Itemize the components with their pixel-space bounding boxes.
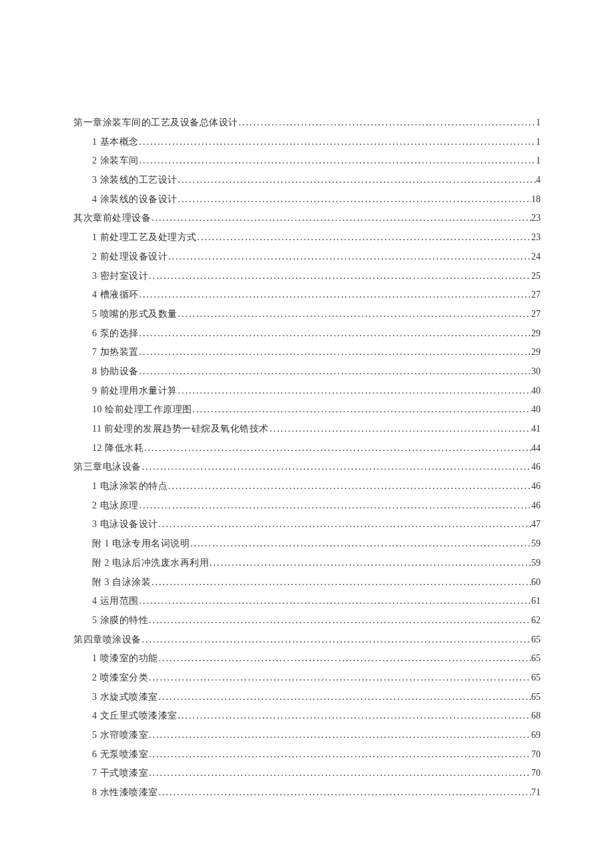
toc-entry-title: 附 1 电泳专用名词说明: [92, 534, 190, 554]
toc-entry: 4 运用范围61: [73, 592, 541, 611]
toc-entry: 1 前处理工艺及处理方式23: [73, 228, 541, 248]
toc-entry: 6 无泵喷漆室70: [73, 745, 541, 765]
toc-entry-page: 27: [531, 286, 541, 305]
toc-entry-title: 3 密封室设计: [92, 267, 148, 286]
toc-entry: 1 喷漆室的功能65: [73, 649, 541, 669]
toc-entry: 附 1 电泳专用名词说明59: [73, 534, 541, 554]
toc-entry: 2 前处理设备设计24: [73, 248, 541, 267]
toc-entry: 8 水性漆喷漆室71: [73, 783, 541, 803]
toc-entry-title: 1 基本概念: [92, 133, 139, 152]
toc-entry-title: 1 喷漆室的功能: [92, 649, 158, 669]
toc-entry-page: 65: [531, 669, 541, 688]
toc-leader-dots: [168, 477, 531, 496]
toc-entry: 6 泵的选择29: [73, 324, 541, 344]
toc-entry-page: 1: [536, 113, 541, 133]
toc-leader-dots: [139, 133, 537, 152]
toc-entry-title: 1 电泳涂装的特点: [92, 477, 168, 496]
toc-entry-page: 60: [531, 573, 541, 592]
toc-entry: 2 喷漆室分类65: [73, 669, 541, 688]
toc-entry-title: 2 涂装车间: [92, 151, 139, 171]
toc-leader-dots: [148, 745, 531, 765]
toc-entry: 第一章涂装车间的工艺及设备总体设计1: [73, 113, 541, 133]
toc-entry-title: 第四章喷涂设备: [73, 630, 141, 650]
toc-leader-dots: [168, 248, 531, 267]
toc-entry: 第三章电泳设备46: [73, 458, 541, 477]
toc-entry-title: 12 降低水耗: [92, 439, 143, 458]
toc-entry-page: 29: [531, 343, 541, 362]
toc-leader-dots: [190, 534, 531, 554]
toc-entry: 4 涂装线的设备设计18: [73, 190, 541, 209]
toc-leader-dots: [151, 209, 531, 228]
toc-leader-dots: [141, 458, 532, 477]
toc-entry: 5 水帘喷漆室69: [73, 726, 541, 745]
toc-leader-dots: [158, 515, 532, 534]
toc-entry-page: 41: [531, 420, 541, 439]
toc-entry-title: 7 干式喷漆室: [92, 764, 148, 783]
toc-entry-title: 第一章涂装车间的工艺及设备总体设计: [73, 113, 238, 133]
toc-entry-title: 4 槽液循环: [92, 286, 139, 305]
toc-entry-title: 2 电泳原理: [92, 496, 139, 516]
toc-entry: 4 文丘里式喷漆漆室68: [73, 707, 541, 726]
toc-entry: 2 涂装车间1: [73, 151, 541, 171]
toc-leader-dots: [197, 228, 532, 248]
toc-entry: 7 加热装置29: [73, 343, 541, 362]
toc-entry: 附 2 电泳后冲洗废水再利用59: [73, 554, 541, 573]
toc-entry: 10 绘前处理工作原理图40: [73, 400, 541, 420]
toc-entry-page: 1: [536, 133, 541, 152]
toc-entry: 附 3 自泳涂装60: [73, 573, 541, 592]
toc-entry-page: 61: [531, 592, 541, 611]
toc-entry-title: 附 3 自泳涂装: [92, 573, 151, 592]
toc-entry-page: 46: [531, 496, 541, 516]
toc-entry: 1 基本概念1: [73, 133, 541, 152]
toc-entry: 7 干式喷漆室70: [73, 764, 541, 783]
toc-entry-title: 5 水帘喷漆室: [92, 726, 148, 745]
toc-entry-title: 3 水旋式喷漆室: [92, 688, 158, 707]
toc-entry-title: 2 前处理设备设计: [92, 248, 168, 267]
toc-leader-dots: [158, 688, 532, 707]
toc-entry-page: 62: [531, 611, 541, 630]
toc-leader-dots: [139, 343, 532, 362]
toc-leader-dots: [139, 286, 532, 305]
toc-entry-title: 3 涂装线的工艺设计: [92, 171, 178, 190]
toc-entry: 第四章喷涂设备65: [73, 630, 541, 650]
toc-entry-title: 5 喷嘴的形式及数量: [92, 305, 178, 324]
toc-entry-page: 68: [531, 707, 541, 726]
toc-leader-dots: [178, 190, 532, 209]
toc-leader-dots: [178, 707, 532, 726]
toc-entry: 3 电泳设备设计47: [73, 515, 541, 534]
toc-entry-title: 8 水性漆喷漆室: [92, 783, 158, 803]
toc-entry-page: 1: [536, 151, 541, 171]
toc-entry: 11 前处理的发展趋势一硅烷及氧化锆技术41: [73, 420, 541, 439]
table-of-contents: 第一章涂装车间的工艺及设备总体设计11 基本概念12 涂装车间13 涂装线的工艺…: [73, 113, 541, 803]
toc-leader-dots: [141, 630, 532, 650]
toc-leader-dots: [139, 496, 532, 516]
toc-leader-dots: [151, 573, 531, 592]
toc-entry: 2 电泳原理46: [73, 496, 541, 516]
toc-entry: 其次章前处理设备23: [73, 209, 541, 228]
toc-entry: 3 涂装线的工艺设计4: [73, 171, 541, 190]
toc-leader-dots: [148, 611, 531, 630]
toc-entry-title: 9 前处理用水量计算: [92, 382, 178, 401]
toc-entry-title: 11 前处理的发展趋势一硅烷及氧化锆技术: [92, 420, 269, 439]
toc-entry-page: 65: [531, 630, 541, 650]
toc-entry-page: 18: [531, 190, 541, 209]
toc-entry-title: 5 涂膜的特性: [92, 611, 148, 630]
toc-entry-page: 40: [531, 400, 541, 420]
toc-entry-title: 3 电泳设备设计: [92, 515, 158, 534]
toc-entry-page: 71: [531, 783, 541, 803]
toc-leader-dots: [269, 420, 531, 439]
toc-leader-dots: [178, 171, 537, 190]
toc-entry-page: 69: [531, 726, 541, 745]
toc-entry-page: 4: [536, 171, 541, 190]
toc-entry: 3 水旋式喷漆室65: [73, 688, 541, 707]
toc-entry-title: 8 协助设备: [92, 362, 139, 382]
toc-entry-title: 其次章前处理设备: [73, 209, 151, 228]
toc-leader-dots: [148, 669, 531, 688]
toc-entry-title: 10 绘前处理工作原理图: [92, 400, 192, 420]
toc-entry-page: 29: [531, 324, 541, 344]
toc-entry: 3 密封室设计25: [73, 267, 541, 286]
toc-entry-page: 47: [531, 515, 541, 534]
toc-entry-page: 65: [531, 649, 541, 669]
toc-leader-dots: [143, 439, 531, 458]
toc-leader-dots: [139, 362, 532, 382]
